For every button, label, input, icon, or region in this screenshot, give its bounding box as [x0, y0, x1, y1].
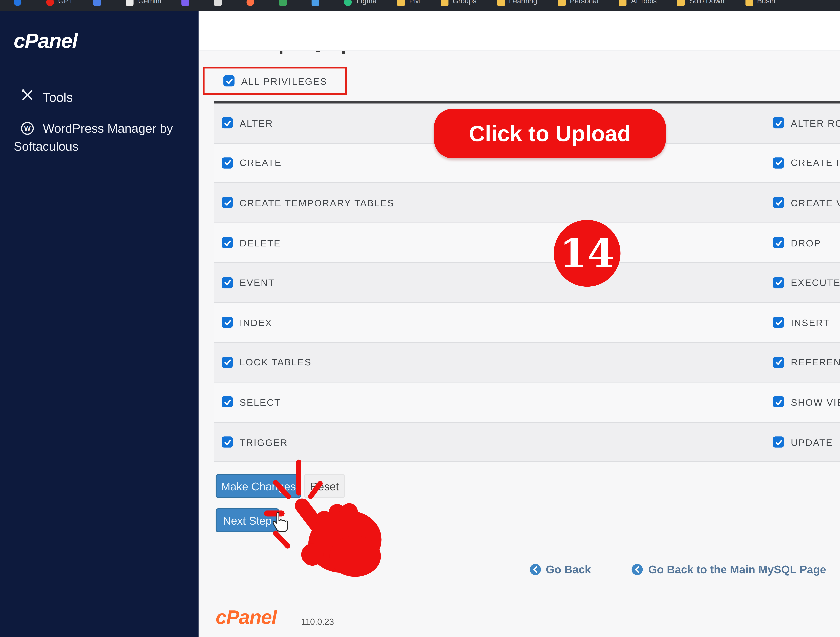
privilege-checkbox[interactable]	[222, 197, 233, 208]
privilege-checkbox[interactable]	[222, 158, 233, 169]
privilege-label: CREATE	[240, 158, 282, 168]
favicon-icon	[312, 0, 320, 6]
bookmark-item[interactable]	[215, 0, 226, 11]
privilege-row: TRIGGER UPDATE	[214, 423, 840, 462]
tools-icon	[21, 88, 34, 105]
bookmark-label: GPT	[58, 0, 73, 4]
bookmark-item[interactable]	[312, 0, 324, 11]
favicon-icon	[215, 0, 222, 6]
bookmark-item[interactable]: Gemini	[126, 0, 161, 11]
privilege-checkbox[interactable]	[222, 317, 233, 328]
all-privileges-checkbox[interactable]	[223, 75, 235, 86]
bookmark-label: Groups	[453, 0, 477, 4]
bookmark-label: Gemini	[138, 0, 161, 4]
all-privileges-highlight-box: ALL PRIVILEGES	[203, 67, 347, 95]
sidebar-item-tools[interactable]: Tools	[0, 87, 219, 107]
privilege-row: CREATE TEMPORARY TABLES CREATE VIEW	[214, 183, 840, 223]
favicon-icon	[94, 0, 101, 6]
go-back-mysql-link[interactable]: Go Back to the Main MySQL Page	[632, 563, 826, 576]
main-content: ALL PRIVILEGES ALTER ALTER ROUTINE CREAT…	[199, 51, 840, 637]
make-changes-button[interactable]: Make Changes	[216, 474, 301, 498]
folder-icon	[397, 0, 405, 6]
privilege-checkbox[interactable]	[222, 237, 233, 248]
step-number-badge: 14	[554, 220, 621, 287]
privilege-row: EVENT EXECUTE	[214, 263, 840, 303]
go-back-label: Go Back	[546, 563, 591, 576]
bookmark-folder[interactable]: Personal	[558, 0, 598, 11]
privilege-label: INSERT	[791, 317, 830, 328]
bookmark-item[interactable]	[279, 0, 291, 11]
privilege-label: SELECT	[240, 397, 281, 407]
cpanel-logo[interactable]: cPanel	[14, 29, 77, 53]
bookmark-folder[interactable]: Groups	[441, 0, 477, 11]
privilege-checkbox[interactable]	[222, 117, 233, 129]
privilege-checkbox[interactable]	[773, 437, 784, 448]
privilege-row: LOCK TABLES REFERENCES	[214, 343, 840, 383]
privilege-row: SELECT SHOW VIEW	[214, 383, 840, 423]
privilege-checkbox[interactable]	[222, 397, 233, 408]
privilege-label: CREATE VIEW	[791, 198, 840, 208]
privilege-label: ALTER ROUTINE	[791, 118, 840, 128]
favicon-icon	[279, 0, 287, 6]
bookmark-item[interactable]	[14, 0, 26, 11]
bookmark-label: Busin	[757, 0, 775, 4]
privilege-checkbox[interactable]	[773, 197, 784, 208]
sidebar-item-label-line2[interactable]: Softaculous	[14, 139, 79, 153]
bookmark-label: Figma	[356, 0, 376, 4]
privilege-checkbox[interactable]	[773, 317, 784, 328]
privilege-checkbox[interactable]	[222, 357, 233, 368]
bookmark-item[interactable]	[182, 0, 194, 11]
favicon-icon	[247, 0, 254, 6]
privilege-checkbox[interactable]	[773, 237, 784, 248]
privilege-checkbox[interactable]	[773, 397, 784, 408]
next-step-button[interactable]: Next Step	[216, 508, 279, 532]
back-arrow-icon	[529, 564, 541, 575]
browser-bookmarks-bar: GPT Gemini Figma PM Groups Learning Pers…	[0, 0, 840, 11]
click-to-upload-annotation[interactable]: Click to Upload	[434, 109, 666, 158]
top-header	[199, 11, 840, 51]
bookmark-label: Solo Down	[689, 0, 725, 4]
folder-icon	[745, 0, 753, 6]
sidebar-item-label: WordPress Manager by	[43, 117, 173, 139]
bookmark-label: PM	[409, 0, 420, 4]
privilege-label: REFERENCES	[791, 357, 840, 367]
favicon-icon	[14, 0, 22, 6]
bookmark-folder[interactable]: AI Tools	[619, 0, 657, 11]
privilege-checkbox[interactable]	[773, 158, 784, 169]
bookmark-folder[interactable]: Solo Down	[677, 0, 725, 11]
favicon-icon	[182, 0, 189, 6]
bookmark-folder[interactable]: PM	[397, 0, 420, 11]
privilege-checkbox[interactable]	[222, 277, 233, 288]
privilege-checkbox[interactable]	[773, 357, 784, 368]
privilege-checkbox[interactable]	[773, 277, 784, 288]
bookmark-item[interactable]	[247, 0, 259, 11]
bookmark-folder[interactable]: Busin	[745, 0, 775, 11]
privilege-label: ALTER	[240, 118, 273, 128]
clipped-heading-fragment	[316, 51, 320, 52]
privilege-checkbox[interactable]	[773, 117, 784, 129]
screenshot-stage: GPT Gemini Figma PM Groups Learning Pers…	[0, 0, 840, 637]
privilege-row: DELETE DROP	[214, 223, 840, 263]
reset-button[interactable]: Reset	[304, 474, 345, 498]
go-back-links-row: Go Back Go Back to the Main MySQL Page	[199, 563, 840, 576]
all-privileges-label: ALL PRIVILEGES	[242, 76, 327, 86]
privilege-checkbox[interactable]	[222, 437, 233, 448]
cpanel-version: 110.0.23	[301, 617, 334, 626]
bookmark-item[interactable]	[94, 0, 106, 11]
bookmark-item[interactable]: Figma	[344, 0, 377, 11]
bookmark-folder[interactable]: Learning	[497, 0, 537, 11]
folder-icon	[497, 0, 505, 6]
folder-icon	[677, 0, 685, 6]
bookmark-label: AI Tools	[631, 0, 657, 4]
privilege-label: INDEX	[240, 317, 272, 328]
bookmark-label: Learning	[509, 0, 537, 4]
go-back-link[interactable]: Go Back	[529, 563, 591, 576]
bookmark-item[interactable]: GPT	[46, 0, 73, 11]
privilege-label: DELETE	[240, 238, 281, 248]
cpanel-footer-logo[interactable]: cPanel	[216, 606, 276, 629]
svg-text:W: W	[24, 125, 31, 132]
clipped-heading-fragment	[343, 51, 345, 54]
privilege-row: INDEX INSERT	[214, 303, 840, 343]
wordpress-icon: W	[21, 121, 34, 139]
sidebar-item-wordpress-manager[interactable]: W WordPress Manager by	[0, 117, 219, 138]
